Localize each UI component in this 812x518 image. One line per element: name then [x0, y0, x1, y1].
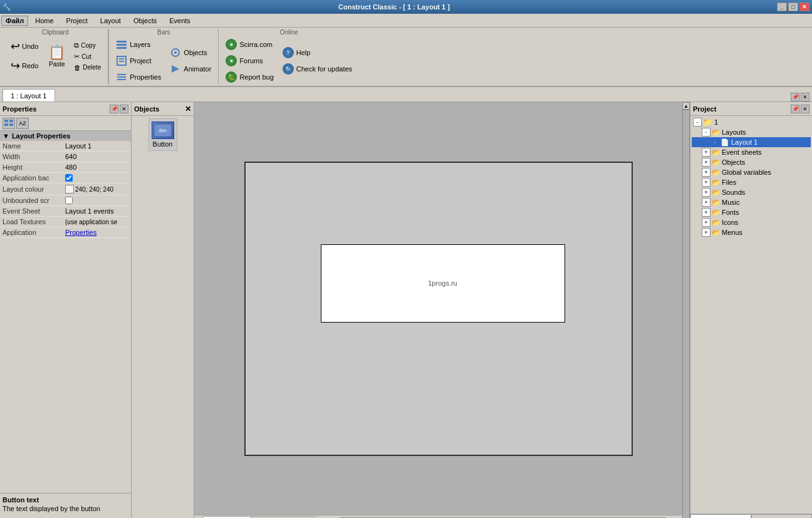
project-close-button[interactable]: ✕: [801, 105, 809, 113]
delete-button[interactable]: 🗑 Delete: [71, 63, 104, 73]
tree-fonts-icon: 📂: [712, 209, 721, 217]
project-tab[interactable]: Project: [690, 514, 751, 518]
layout-canvas[interactable]: 1progs.ru: [194, 102, 682, 515]
properties-toolbar: AZ: [0, 116, 131, 131]
prop-appbac-label: Application bac: [3, 174, 65, 182]
restore-button[interactable]: □: [788, 3, 798, 11]
button-object-on-canvas[interactable]: 1progs.ru: [321, 244, 565, 323]
objects-bar-button[interactable]: Objects: [167, 45, 214, 60]
event-sheet-editor-tab[interactable]: Event Sheet Editor: [251, 516, 315, 519]
button-object-item[interactable]: Btn Button: [148, 118, 177, 151]
tree-layouts-expand[interactable]: -: [702, 128, 710, 137]
tree-files-icon: 📂: [712, 179, 721, 187]
svg-rect-13: [9, 120, 13, 122]
animator-tab[interactable]: Animator: [751, 514, 812, 518]
tree-files[interactable]: + 📂 Files: [692, 177, 811, 187]
objects-panel-content: Btn Button: [132, 116, 194, 518]
forums-button[interactable]: ● Forums: [222, 53, 276, 68]
tab-float-button[interactable]: 📌: [791, 93, 799, 101]
objects-panel-close[interactable]: ✕: [185, 105, 191, 113]
close-button[interactable]: ✕: [799, 3, 809, 11]
layers-button[interactable]: Layers: [113, 37, 164, 52]
cut-button[interactable]: ✂ Cut: [71, 51, 104, 62]
tree-music[interactable]: + 📂 Music: [692, 197, 811, 207]
tree-objects-icon: 📂: [712, 158, 721, 167]
report-bug-button[interactable]: 🐛 Report bug: [222, 70, 276, 85]
tree-files-expand[interactable]: +: [702, 178, 710, 187]
tree-menus[interactable]: + 📂 Menus: [692, 227, 811, 237]
prop-event-sheet-label: Event Sheet: [3, 207, 65, 215]
props-toolbar-btn2[interactable]: AZ: [16, 118, 29, 129]
prop-width-value: 640: [65, 153, 128, 160]
tab-bar: 1 : Layout 1 📌 ✕: [0, 87, 812, 102]
tree-icons-expand[interactable]: +: [702, 218, 710, 227]
tree-layouts[interactable]: - 📂 Layouts: [692, 127, 811, 137]
project-pin-button[interactable]: 📌: [791, 105, 799, 113]
help-icon: ?: [283, 47, 294, 58]
redo-button[interactable]: ↪ Redo: [6, 56, 43, 75]
tree-fonts[interactable]: + 📂 Fonts: [692, 207, 811, 217]
tree-root[interactable]: - 📁 1: [692, 117, 811, 127]
bars-section: Bars Layers: [108, 29, 218, 85]
prop-unbounded-checkbox[interactable]: [65, 197, 73, 204]
tree-music-expand[interactable]: +: [702, 198, 710, 207]
tree-sounds-expand[interactable]: +: [702, 188, 710, 197]
tree-objects-label: Objects: [722, 158, 745, 166]
svg-point-10: [174, 51, 177, 54]
properties-bar-button[interactable]: Properties: [113, 70, 164, 85]
help-button[interactable]: ? Help: [279, 45, 355, 60]
tree-objects[interactable]: + 📂 Objects: [692, 157, 811, 167]
scroll-up-button[interactable]: ▲: [682, 102, 690, 110]
tree-layout1[interactable]: - 📄 Layout 1: [692, 137, 811, 147]
menu-project[interactable]: Project: [61, 15, 93, 26]
clipboard-content: ↩ Undo ↪ Redo 📋 Paste ⧉ Copy: [6, 37, 104, 75]
project-panel-title: Project: [693, 105, 716, 113]
svg-rect-12: [4, 120, 8, 122]
tree-sounds[interactable]: + 📂 Sounds: [692, 187, 811, 197]
layout-editor-tab[interactable]: Layout Editor: [203, 516, 251, 519]
tree-root-expand[interactable]: -: [693, 118, 702, 127]
tree-layout1-expand[interactable]: -: [710, 138, 719, 147]
minimize-button[interactable]: _: [777, 3, 787, 11]
tree-fonts-label: Fonts: [722, 209, 739, 216]
tree-fonts-expand[interactable]: +: [702, 208, 710, 217]
prop-height-label: Height: [3, 163, 65, 171]
menu-objects[interactable]: Objects: [128, 15, 162, 26]
paste-button[interactable]: 📋 Paste: [45, 43, 68, 70]
project-panel-buttons: 📌 ✕: [791, 105, 809, 113]
undo-button[interactable]: ↩ Undo: [6, 37, 43, 56]
menu-layout[interactable]: Layout: [95, 15, 127, 26]
menu-file[interactable]: Файл: [1, 16, 28, 26]
prop-event-sheet-value: Layout 1 events: [65, 207, 128, 215]
props-toolbar-btn1[interactable]: [3, 118, 15, 129]
check-updates-button[interactable]: ↻ Check for updates: [279, 61, 355, 76]
tree-menus-expand[interactable]: +: [702, 228, 710, 237]
properties-pin-button[interactable]: 📌: [110, 105, 118, 113]
tree-global-vars-expand[interactable]: +: [702, 168, 710, 177]
toolbar: Clipboard ↩ Undo ↪ Redo 📋 Paste: [0, 28, 812, 87]
menu-events[interactable]: Events: [164, 15, 196, 26]
forums-label: Forums: [239, 57, 263, 65]
copy-button[interactable]: ⧉ Copy: [71, 40, 104, 51]
project-bar-button[interactable]: Project: [113, 53, 164, 68]
animator-bar-button[interactable]: Animator: [167, 61, 214, 76]
tree-event-sheets[interactable]: + 📂 Event sheets: [692, 147, 811, 157]
prop-properties-link[interactable]: Properties: [65, 229, 96, 236]
check-updates-icon: ↻: [283, 63, 294, 75]
scroll-thumb[interactable]: [682, 110, 690, 518]
main-tab[interactable]: 1 : Layout 1: [3, 89, 55, 101]
tree-icons-icon: 📂: [712, 219, 721, 227]
tree-menus-label: Menus: [722, 229, 742, 236]
properties-close-button[interactable]: ✕: [120, 105, 128, 113]
prop-appbac-checkbox[interactable]: [65, 174, 73, 182]
tree-icons[interactable]: + 📂 Icons: [692, 217, 811, 227]
scirra-button[interactable]: ● Scirra.com: [222, 37, 276, 52]
svg-rect-8: [117, 79, 126, 80]
tab-close-button[interactable]: ✕: [801, 93, 809, 101]
menu-home[interactable]: Home: [29, 15, 59, 26]
tree-global-vars[interactable]: + 📂 Global variables: [692, 167, 811, 177]
prop-colour-box[interactable]: [65, 185, 74, 194]
tree-objects-expand[interactable]: +: [702, 158, 710, 167]
tree-event-sheets-expand[interactable]: +: [702, 148, 710, 157]
layout-watermark: 1progs.ru: [428, 279, 457, 287]
